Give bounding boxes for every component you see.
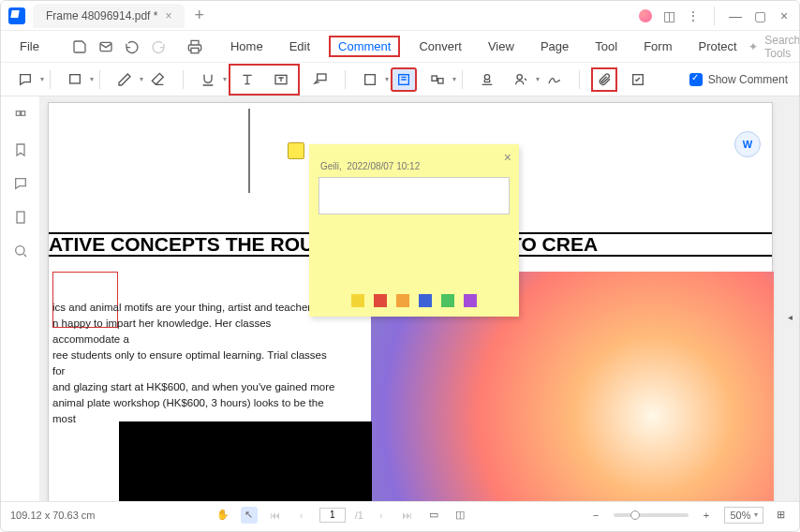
- convert-word-icon[interactable]: W: [734, 131, 761, 157]
- stamp-tool[interactable]: [474, 67, 500, 92]
- note-tool[interactable]: [12, 67, 38, 92]
- select-tool-icon[interactable]: ↖: [241, 507, 258, 524]
- last-page-icon[interactable]: ⏭: [399, 507, 416, 524]
- color-red[interactable]: [374, 294, 387, 307]
- document-tab[interactable]: Frame 48096914.pdf * ×: [33, 4, 185, 28]
- text-box-tool[interactable]: [268, 67, 294, 92]
- tab-home[interactable]: Home: [223, 36, 271, 57]
- tab-comment[interactable]: Comment: [329, 36, 400, 57]
- show-comment-toggle[interactable]: Show Comment: [689, 73, 788, 86]
- svg-rect-4: [318, 74, 326, 81]
- file-menu[interactable]: File: [8, 36, 51, 57]
- color-blue[interactable]: [419, 294, 432, 307]
- zoom-thumb[interactable]: [630, 510, 640, 520]
- svg-rect-13: [21, 111, 24, 116]
- prev-page-icon[interactable]: ‹: [293, 507, 310, 524]
- minimize-icon[interactable]: —: [728, 8, 743, 23]
- underline-tool[interactable]: [195, 67, 221, 92]
- fit-page-icon[interactable]: ◫: [452, 507, 468, 524]
- search-tools[interactable]: ✦ Search Tools: [748, 34, 800, 60]
- color-purple[interactable]: [464, 294, 477, 307]
- text-tools-highlight: [229, 64, 300, 96]
- tab-protect[interactable]: Protect: [690, 36, 744, 57]
- svg-rect-7: [432, 76, 437, 81]
- color-yellow[interactable]: [351, 294, 364, 307]
- save-icon[interactable]: [71, 38, 88, 55]
- svg-rect-14: [17, 212, 24, 223]
- document-page: W ATIVE CONCEPTS THE ROU CEPTS THE ROUTE…: [48, 102, 773, 501]
- fit-full-icon[interactable]: ⊞: [773, 507, 790, 524]
- left-panel: [1, 96, 40, 501]
- sticky-color-picker: [351, 294, 477, 307]
- pencil-tool[interactable]: [111, 67, 138, 92]
- zoom-out-icon[interactable]: −: [587, 507, 604, 524]
- close-window-icon[interactable]: ×: [777, 8, 792, 23]
- print-icon[interactable]: [187, 38, 202, 55]
- tab-edit[interactable]: Edit: [282, 36, 318, 57]
- body-paragraph: ics and animal motifs are your thing, ar…: [52, 300, 337, 427]
- new-tab-button[interactable]: +: [185, 2, 214, 29]
- thumbnails-icon[interactable]: [12, 108, 29, 125]
- close-tab-icon[interactable]: ×: [165, 9, 171, 22]
- draw-sign-tool[interactable]: [541, 67, 568, 92]
- titlebar: Frame 48096914.pdf * × + ◫ ⋮ — ▢ ×: [1, 1, 799, 31]
- tab-form[interactable]: Form: [636, 36, 679, 57]
- next-page-icon[interactable]: ›: [373, 507, 390, 524]
- app-logo-icon: [8, 7, 25, 24]
- workspace: ▸ W ATIVE CONCEPTS THE ROU CEPTS THE ROU…: [1, 96, 799, 501]
- next-arrow[interactable]: ◂: [788, 312, 797, 325]
- tab-view[interactable]: View: [481, 36, 522, 57]
- svg-point-15: [15, 246, 23, 255]
- svg-rect-1: [191, 48, 199, 52]
- zoom-in-icon[interactable]: +: [698, 507, 715, 524]
- profile-icon[interactable]: [639, 9, 652, 22]
- zoom-slider[interactable]: [614, 513, 689, 517]
- color-orange[interactable]: [396, 294, 409, 307]
- sticky-close-icon[interactable]: ×: [504, 150, 511, 165]
- search-panel-icon[interactable]: [12, 243, 29, 259]
- comment-list-tool[interactable]: [625, 67, 651, 92]
- sticky-textarea[interactable]: [319, 177, 510, 214]
- signature-tool[interactable]: [508, 67, 534, 92]
- checkbox-checked-icon: [689, 73, 703, 86]
- sticky-note-popup[interactable]: × Geili, 2022/08/07 10:12: [309, 144, 519, 317]
- sticky-note-tool[interactable]: [391, 67, 417, 92]
- comments-panel-icon[interactable]: [12, 175, 29, 192]
- mail-icon[interactable]: [97, 38, 114, 55]
- document-canvas[interactable]: W ATIVE CONCEPTS THE ROU CEPTS THE ROUTE…: [40, 96, 799, 501]
- undo-icon[interactable]: [124, 38, 141, 55]
- svg-point-10: [517, 74, 522, 79]
- tab-page[interactable]: Page: [533, 36, 576, 57]
- zoom-dropdown[interactable]: 50%: [724, 507, 763, 524]
- highlight-tool[interactable]: [62, 67, 88, 92]
- callout-tool[interactable]: [307, 67, 333, 92]
- tab-label: Frame 48096914.pdf *: [46, 9, 157, 22]
- fit-width-icon[interactable]: ▭: [425, 507, 442, 524]
- tab-tool[interactable]: Tool: [587, 36, 625, 57]
- attachment-tool[interactable]: [591, 67, 617, 92]
- page-total: /1: [355, 510, 363, 521]
- shape-tool[interactable]: [357, 67, 383, 92]
- main-tabs: Home Edit Comment Convert View Page Tool…: [223, 36, 745, 57]
- page-dimensions: 109.12 x 70.63 cm: [10, 510, 96, 521]
- first-page-icon[interactable]: ⏮: [267, 507, 284, 524]
- page-number-input[interactable]: [319, 508, 346, 523]
- tab-convert[interactable]: Convert: [411, 36, 469, 57]
- eraser-tool[interactable]: [145, 67, 171, 92]
- note-marker-icon[interactable]: [288, 142, 304, 159]
- inset-image: [119, 421, 372, 501]
- redo-icon[interactable]: [150, 38, 167, 55]
- typewriter-tool[interactable]: [234, 67, 260, 92]
- hand-tool-icon[interactable]: ✋: [215, 507, 231, 524]
- color-green[interactable]: [441, 294, 454, 307]
- menu-dots-icon[interactable]: ⋮: [686, 8, 701, 23]
- svg-point-9: [484, 74, 489, 79]
- notification-icon[interactable]: ◫: [661, 8, 676, 23]
- bookmark-icon[interactable]: [12, 141, 29, 158]
- page-divider: [248, 109, 250, 193]
- svg-rect-12: [16, 111, 20, 116]
- area-tool[interactable]: [424, 67, 451, 92]
- search-placeholder: Search Tools: [764, 34, 800, 60]
- maximize-icon[interactable]: ▢: [752, 8, 767, 23]
- attachments-panel-icon[interactable]: [12, 209, 29, 226]
